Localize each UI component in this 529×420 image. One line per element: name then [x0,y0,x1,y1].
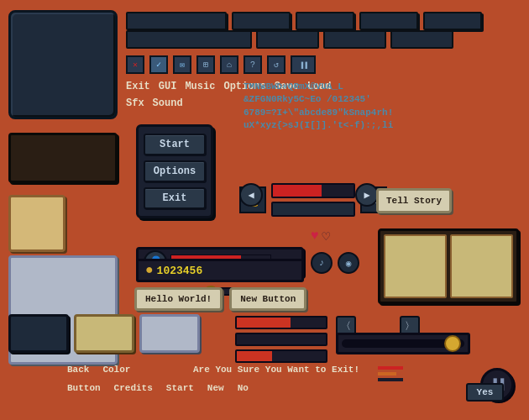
top-buttons-row-2 [126,12,482,30]
beige-panel [8,195,65,252]
no-label[interactable]: No [238,383,249,393]
bottom-progress-bars [235,316,327,363]
start-button[interactable]: Start [144,134,206,155]
font-line-4: uX*xyz{>sJ(I[]].'t<-f):;,li [244,119,521,132]
top-btn-wide[interactable] [126,12,227,30]
icons-row: ✕ ✓ ✉ ⊞ ⌂ ? ↺ ▐▐ [126,55,316,74]
question-icon-btn[interactable]: ? [244,55,262,74]
progress-bar-3 [235,349,327,363]
new-label[interactable]: New [207,383,224,393]
mail-icon-btn[interactable]: ✉ [173,55,191,74]
game-menu-panel: Start Options Exit [136,124,213,218]
warning-message: Are You Sure You Want to Exit! [193,365,359,375]
hearts-display: ♥ ♡ [311,228,330,245]
sfx-sound-row: Sfx Sound [126,97,183,109]
checkmark-icon: ✓ [156,60,161,70]
progress-bar-2 [235,333,327,346]
left-arrow-icon: ◀ [248,189,254,202]
right-large-panel [378,228,519,304]
new-button[interactable]: New Button [229,287,306,311]
menu-gui[interactable]: GUI [159,81,177,92]
top-btn-narrow-1[interactable] [232,12,291,30]
menu-music[interactable]: Music [185,81,215,92]
refresh-icon-btn[interactable]: ↺ [267,55,285,74]
exit-button[interactable]: Exit [144,187,206,209]
menu-exit[interactable]: Exit [126,81,150,92]
pause-icon: ▐▐ [299,61,307,69]
top-wide-btn-1[interactable] [126,30,252,49]
credits-label[interactable]: Credits [114,383,153,393]
menu-sound[interactable]: Sound [153,97,183,109]
yes-button[interactable]: Yes [466,383,504,402]
left-arrow-btn[interactable]: ◀ [239,183,263,207]
color-label[interactable]: Color [102,365,130,375]
bottom-dark-btn-1[interactable] [8,314,69,353]
pause-icon-btn[interactable]: ▐▐ [291,55,316,74]
refresh-icon: ↺ [274,60,279,70]
mail-icon: ✉ [180,60,185,70]
x-icon-btn[interactable]: ✕ [126,55,144,74]
right-arrow-icon: ▶ [364,189,369,202]
main-dark-panel [8,10,118,119]
music-icon: ♪ [319,258,325,268]
bar-nav-arrows: ◀ ▶ [239,183,379,207]
menu-sfx[interactable]: Sfx [126,97,144,109]
bottom-beige-btn[interactable] [74,314,134,353]
heart-2: ♡ [322,228,331,245]
tell-story-button[interactable]: Tell Story [376,188,452,213]
bottom-panels-row [8,314,200,353]
hamburger-lines-icon[interactable] [378,366,403,381]
music-button[interactable]: ♪ [311,252,333,274]
hello-world-button[interactable]: Hello World! [134,287,223,311]
bottom-light-btn[interactable] [139,314,200,353]
home-icon-btn[interactable]: ⌂ [220,55,238,74]
top-btn-narrow-3[interactable] [359,12,418,30]
coin-score-display: ● 1023456 [136,259,304,282]
right-sub-panel-2 [450,234,513,298]
start-label-2[interactable]: Start [166,383,194,393]
audio-buttons: ♪ ◉ [311,252,359,274]
grid-icon: ⊞ [203,60,208,70]
top-btn-narrow-4[interactable] [423,12,482,30]
line-1 [378,366,403,370]
pixel-font-display: TMNWBWD#QRmX@VUA_L &ZFGN0Rky5C~Eo /01234… [244,81,521,133]
right-arrow-btn[interactable]: ▶ [355,183,379,207]
bottom-slider[interactable] [336,333,470,354]
options-button[interactable]: Options [144,160,206,182]
top-btn-narrow-2[interactable] [296,12,354,30]
ui-container: ✕ ✓ ✉ ⊞ ⌂ ? ↺ ▐▐ Exit GUI Music Options … [0,0,529,420]
font-line-2: &ZFGN0Rky5C~Eo /012345' [244,93,521,106]
font-line-1: TMNWBWD#QRmX@VUA_L [244,81,521,93]
grid-icon-btn[interactable]: ⊞ [196,55,215,74]
top-narrow-btn-2[interactable] [323,30,386,49]
x-mark-icon: ✕ [133,60,138,70]
top-narrow-btn-3[interactable] [390,30,453,49]
line-2 [378,372,396,375]
progress-fill-2 [237,334,308,344]
top-buttons-row-1 [126,30,453,49]
heart-1: ♥ [311,228,319,245]
question-icon: ? [250,60,255,70]
nav-left-icon: 〈 [341,319,351,333]
line-3 [378,378,403,381]
headphones-button[interactable]: ◉ [338,252,359,274]
bottom-action-buttons: Hello World! New Button [134,287,306,311]
coin-icon: ● [145,263,154,278]
right-sub-panel-1 [384,234,447,298]
bottom-labels-row-2: Button Credits Start New No [67,383,249,393]
top-narrow-btn-1[interactable] [256,30,319,49]
bottom-labels-row-1: Back Color [67,365,130,375]
nav-right-icon: 〉 [405,319,415,333]
headphones-icon: ◉ [346,258,352,269]
progress-fill-1 [237,318,291,328]
checkmark-icon-btn[interactable]: ✓ [149,55,168,74]
progress-fill-3 [237,351,272,361]
progress-bar-1 [235,316,327,329]
wood-panel-medium [8,133,118,183]
score-value: 1023456 [157,265,203,277]
back-label[interactable]: Back [67,365,89,375]
button-label[interactable]: Button [67,383,101,393]
font-line-3: 6789=?I+\"abcde89"kSnap4rh! [244,107,521,119]
home-icon: ⌂ [227,60,232,70]
bottom-slider-thumb[interactable] [444,335,461,352]
